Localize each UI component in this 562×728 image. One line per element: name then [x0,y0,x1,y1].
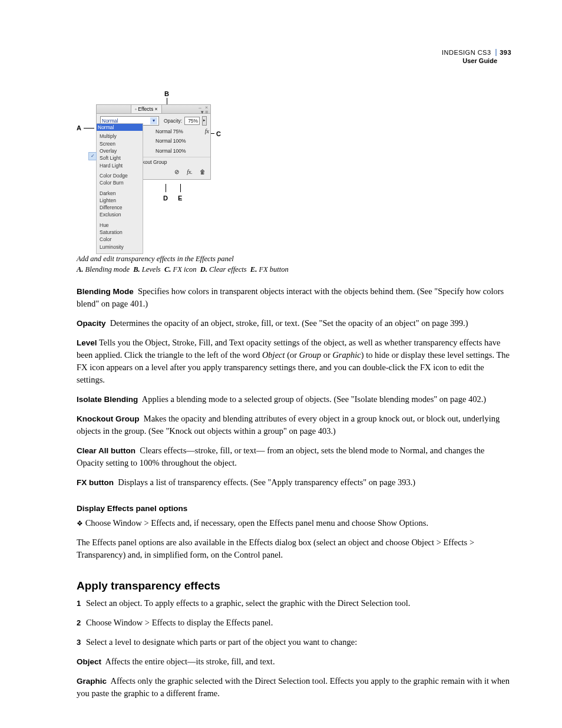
callout-c: C [216,130,221,139]
fx-icon[interactable]: fx [205,127,209,136]
mode-item[interactable]: Hue [100,222,140,229]
heading-apply: Apply transparency effects [77,578,511,594]
product-name: INDESIGN CS3 [442,49,491,56]
level-row: Normal 100% [156,147,207,154]
opacity-stepper[interactable]: ▸ [202,116,207,126]
panel-tab[interactable]: ◦ Effects × [131,104,162,113]
callout-a: A [77,124,81,133]
body: Blending Mode Specifies how colors in tr… [77,285,511,700]
fx-button-icon[interactable]: fx. [186,168,194,177]
def-opacity: Opacity Determines the opacity of an obj… [77,317,511,330]
mode-item[interactable]: Luminosity [100,243,140,251]
mode-item[interactable]: Soft Light [100,154,140,162]
def-blending-mode: Blending Mode Specifies how colors in tr… [77,285,511,310]
opacity-field[interactable]: 75% [184,117,200,125]
def-clear: Clear All button Clears effects—stroke, … [77,444,511,469]
mode-item[interactable]: Overlay [100,147,140,154]
levels-list: Normal 75%fx Normal 100% Normal 100% [156,128,207,154]
mode-item[interactable]: Darken [100,190,140,197]
mode-item[interactable]: Hard Light [100,162,140,169]
mode-item[interactable]: Lighten [100,197,140,204]
mode-item[interactable]: Screen [100,140,140,147]
diamond-icon: ❖ [77,519,83,528]
level-row: Normal 75%fx [156,128,207,135]
step-2: 2Choose Window > Effects to display the … [77,617,511,629]
panel-titlebar: ◦ Effects × – × ▾≡ [96,104,211,114]
def-level: Level Tells you the Object, Stroke, Fill… [77,337,511,386]
dropdown-arrow-icon: ▾ [150,117,157,124]
figure: A B C D E ◦ Effects × – × ▾≡ Normal [77,90,511,275]
step-3: 3Select a level to designate which parts… [77,636,511,648]
page-number: 393 [495,49,511,56]
guide-label: User Guide [442,57,511,65]
def-knockout: Knockout Group Makes the opacity and ble… [77,413,511,437]
callout-d: D [163,194,168,203]
mode-item[interactable]: Color Burn [100,179,140,186]
page: INDESIGN CS3 393 User Guide A B C D E ◦ … [0,0,562,728]
mode-item[interactable]: Multiply [100,133,140,140]
level-row: Normal 100% [156,137,207,144]
caption-title: Add and edit transparency effects in the… [77,254,511,265]
mode-item[interactable]: Difference [100,204,140,211]
def-fxbutton: FX button Displays a list of transparenc… [77,476,511,489]
mode-item[interactable]: Exclusion [100,211,140,218]
def-graphic: Graphic Affects only the graphic selecte… [77,675,511,700]
callout-e: E [178,194,182,203]
trash-icon[interactable]: 🗑 [199,168,207,177]
subhead-display-options: Display Effects panel options [77,503,511,515]
clear-effects-icon[interactable]: ⊘ [173,168,181,177]
step-1: 1Select an object. To apply effects to a… [77,597,511,610]
panel-window-icons[interactable]: – × ▾≡ [199,105,209,114]
display-options-para: The Effects panel options are also avail… [77,536,511,561]
def-object: Object Affects the entire object—its str… [77,655,511,668]
running-header: INDESIGN CS3 393 User Guide [442,48,511,65]
def-isolate: Isolate Blending Applies a blending mode… [77,393,511,406]
mode-item[interactable]: Color Dodge [100,172,140,179]
mode-item[interactable]: Color [100,236,140,243]
blend-modes-dropdown[interactable]: ✓ Normal Multiply Screen Overlay Soft Li… [96,123,143,254]
mode-item[interactable]: Normal [97,124,143,131]
display-options-bullet: ❖ Choose Window > Effects and, if necess… [77,517,511,529]
check-icon: ✓ [88,152,97,160]
mode-item[interactable]: Saturation [100,229,140,236]
figure-caption: Add and edit transparency effects in the… [77,254,511,275]
opacity-label: Opacity: [164,117,182,124]
